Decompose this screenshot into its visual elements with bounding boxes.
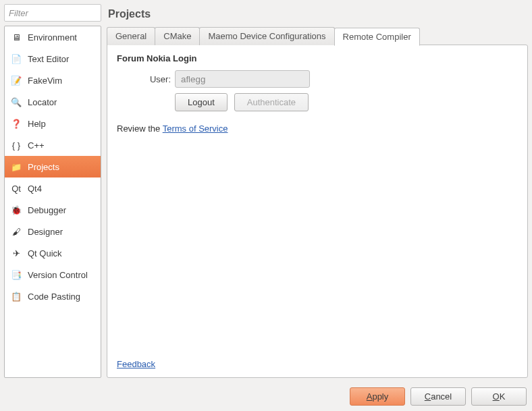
bug-icon: 🐞 <box>10 204 22 216</box>
sidebar-item-label: Environment <box>28 32 77 43</box>
sidebar-item-locator[interactable]: 🔍Locator <box>5 91 101 113</box>
qt-icon: Qt <box>10 182 22 194</box>
sidebar-item-label: Text Editor <box>28 54 69 64</box>
tab-bar: GeneralCMakeMaemo Device ConfigurationsR… <box>107 27 528 45</box>
sidebar-item-label: Designer <box>28 227 63 237</box>
apply-button[interactable]: Apply <box>350 387 405 406</box>
locator-icon: 🔍 <box>10 96 22 108</box>
sidebar-item-text-editor[interactable]: 📄Text Editor <box>5 48 101 70</box>
feedback-link[interactable]: Feedback <box>117 359 518 369</box>
sidebar-item-label: Qt Quick <box>28 248 62 258</box>
paperplane-icon: ✈ <box>10 247 22 259</box>
sidebar-item-label: Locator <box>28 97 57 107</box>
sidebar-item-version-control[interactable]: 📑Version Control <box>5 264 101 285</box>
dialog-footer: Apply Cancel OK <box>0 382 532 411</box>
tab-remote-compiler[interactable]: Remote Compiler <box>334 28 420 46</box>
review-line: Review the Terms of Service <box>117 124 518 134</box>
cancel-button[interactable]: Cancel <box>410 387 466 406</box>
main-panel: Projects GeneralCMakeMaemo Device Config… <box>107 4 528 378</box>
sidebar-item-fakevim[interactable]: 📝FakeVim <box>5 70 101 91</box>
sidebar-item-help[interactable]: ❓Help <box>5 113 101 134</box>
sidebar-item-label: Code Pasting <box>28 292 80 302</box>
document-icon: 📄 <box>10 53 22 65</box>
sidebar-item-label: Debugger <box>28 205 66 215</box>
sidebar: 🖥Environment📄Text Editor📝FakeVim🔍Locator… <box>4 4 101 378</box>
monitor-icon: 🖥 <box>10 31 22 43</box>
user-row: User: <box>117 70 518 88</box>
sidebar-item-qt4[interactable]: QtQt4 <box>5 177 101 199</box>
sidebar-item-designer[interactable]: 🖌Designer <box>5 221 101 242</box>
tab-cmake[interactable]: CMake <box>155 27 200 45</box>
sidebar-item-label: C++ <box>28 140 45 150</box>
folder-icon: 📁 <box>10 161 22 173</box>
cpp-icon: { } <box>10 139 22 151</box>
user-label: User: <box>117 74 171 84</box>
clipboard-icon: 📋 <box>10 290 22 302</box>
sidebar-item-qt-quick[interactable]: ✈Qt Quick <box>5 242 101 264</box>
filter-input[interactable] <box>4 4 101 22</box>
tab-general[interactable]: General <box>107 27 155 45</box>
auth-button-row: Logout Authenticate <box>175 93 518 111</box>
ok-button[interactable]: OK <box>471 387 527 406</box>
sidebar-item-debugger[interactable]: 🐞Debugger <box>5 199 101 221</box>
nav-list: 🖥Environment📄Text Editor📝FakeVim🔍Locator… <box>4 26 101 378</box>
tab-panel-remote-compiler: Forum Nokia Login User: Logout Authentic… <box>107 45 528 378</box>
sidebar-item-label: Projects <box>28 162 59 172</box>
sidebar-item-projects[interactable]: 📁Projects <box>5 156 101 177</box>
logout-button[interactable]: Logout <box>175 93 228 111</box>
sidebar-item-code-pasting[interactable]: 📋Code Pasting <box>5 285 101 307</box>
sidebar-item-label: Help <box>28 119 46 129</box>
sidebar-item-label: Version Control <box>28 270 88 280</box>
tos-link[interactable]: Terms of Service <box>163 124 228 134</box>
sidebar-item-label: Qt4 <box>28 184 42 194</box>
authenticate-button[interactable]: Authenticate <box>234 93 309 111</box>
review-prefix: Review the <box>117 124 163 134</box>
sidebar-item-label: FakeVim <box>28 76 62 86</box>
sidebar-item-c-[interactable]: { }C++ <box>5 134 101 156</box>
page-title: Projects <box>108 8 528 20</box>
brush-icon: 🖌 <box>10 225 22 238</box>
fakevim-icon: 📝 <box>10 74 22 86</box>
section-title: Forum Nokia Login <box>117 53 518 63</box>
vcs-icon: 📑 <box>10 269 22 281</box>
tab-maemo-device-configurations[interactable]: Maemo Device Configurations <box>199 27 334 45</box>
sidebar-item-environment[interactable]: 🖥Environment <box>5 26 101 48</box>
user-field[interactable] <box>175 70 310 88</box>
help-icon: ❓ <box>10 117 22 130</box>
